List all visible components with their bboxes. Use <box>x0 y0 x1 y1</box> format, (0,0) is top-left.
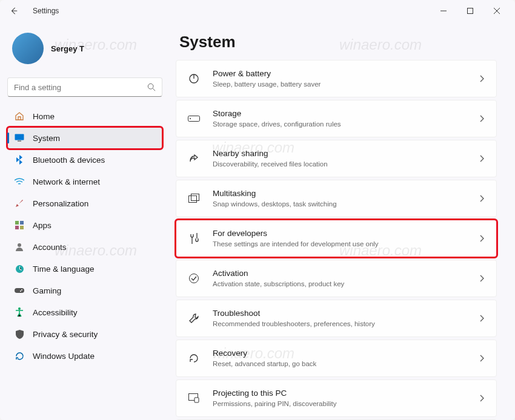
card-title: Storage <box>213 108 479 120</box>
sidebar-item-home[interactable]: Home <box>7 105 162 127</box>
svg-point-16 <box>190 118 191 119</box>
card-title: Power & battery <box>213 68 479 80</box>
chevron-right-icon <box>479 235 485 242</box>
svg-rect-6 <box>15 226 19 229</box>
sidebar-item-label: Apps <box>33 221 51 230</box>
maximize-icon <box>467 8 473 14</box>
avatar <box>12 33 44 64</box>
svg-rect-17 <box>189 196 197 203</box>
update-icon <box>15 351 24 361</box>
sidebar-item-accounts[interactable]: Accounts <box>7 236 162 258</box>
card-title: Projecting to this PC <box>213 388 479 399</box>
storage-icon <box>187 116 201 122</box>
nav-list: Home System Bluetooth & devices Network … <box>7 105 162 367</box>
card-title: Multitasking <box>213 188 479 200</box>
main-content: System Power & batterySleep, battery usa… <box>170 22 515 420</box>
svg-rect-10 <box>15 288 24 293</box>
sidebar-item-update[interactable]: Windows Update <box>7 345 162 367</box>
svg-point-11 <box>21 289 22 290</box>
chevron-right-icon <box>479 355 485 362</box>
sidebar-item-label: Bluetooth & devices <box>33 156 105 165</box>
card-title: Activation <box>213 268 479 280</box>
sidebar-item-system[interactable]: System <box>7 127 162 149</box>
card-desc: Recommended troubleshooters, preferences… <box>213 319 479 329</box>
sidebar: Sergey T Home System Bluetooth & devices… <box>0 22 170 420</box>
sidebar-item-accessibility[interactable]: Accessibility <box>7 301 162 323</box>
sidebar-item-label: Accounts <box>33 243 67 252</box>
card-power-battery[interactable]: Power & batterySleep, battery usage, bat… <box>176 60 497 97</box>
system-icon <box>15 133 24 143</box>
maximize-button[interactable] <box>457 2 483 20</box>
minimize-button[interactable] <box>430 2 457 20</box>
sidebar-item-label: Time & language <box>33 264 95 274</box>
project-icon <box>187 393 201 403</box>
svg-rect-21 <box>194 398 199 402</box>
sidebar-item-personalization[interactable]: Personalization <box>7 192 162 214</box>
card-title: Nearby sharing <box>213 148 479 160</box>
titlebar: Settings <box>0 0 515 22</box>
gaming-icon <box>15 286 24 295</box>
svg-rect-2 <box>15 134 24 140</box>
card-desc: Activation state, subscriptions, product… <box>213 279 479 289</box>
window-controls <box>430 2 510 20</box>
card-desc: Sleep, battery usage, battery saver <box>213 79 479 89</box>
sidebar-item-label: Network & internet <box>33 177 100 186</box>
sidebar-item-label: Windows Update <box>33 352 95 361</box>
profile-name: Sergey T <box>51 44 84 53</box>
minimize-icon <box>440 8 447 14</box>
sidebar-item-label: Accessibility <box>33 308 78 317</box>
apps-icon <box>15 220 24 230</box>
card-title: Recovery <box>213 348 479 359</box>
developer-icon <box>187 233 201 244</box>
close-icon <box>494 8 500 14</box>
search-field[interactable] <box>7 77 162 97</box>
chevron-right-icon <box>479 195 485 202</box>
sidebar-item-bluetooth[interactable]: Bluetooth & devices <box>7 149 162 171</box>
card-activation[interactable]: ActivationActivation state, subscription… <box>176 260 497 297</box>
sidebar-item-gaming[interactable]: Gaming <box>7 280 162 301</box>
card-desc: Discoverability, received files location <box>213 159 479 169</box>
sidebar-item-label: Personalization <box>33 199 88 208</box>
svg-rect-4 <box>15 221 19 225</box>
card-multitasking[interactable]: MultitaskingSnap windows, desktops, task… <box>176 180 497 217</box>
network-icon <box>15 177 24 186</box>
sidebar-item-network[interactable]: Network & internet <box>7 171 162 192</box>
card-title: Troubleshoot <box>213 308 479 320</box>
card-desc: These settings are intended for developm… <box>213 239 479 249</box>
accessibility-icon <box>15 307 24 317</box>
profile[interactable]: Sergey T <box>7 28 162 75</box>
card-recovery[interactable]: RecoveryReset, advanced startup, go back <box>176 340 497 377</box>
close-button[interactable] <box>483 2 510 20</box>
sidebar-item-privacy[interactable]: Privacy & security <box>7 323 162 345</box>
back-button[interactable] <box>5 2 23 20</box>
svg-point-13 <box>18 307 21 310</box>
card-troubleshoot[interactable]: TroubleshootRecommended troubleshooters,… <box>176 300 497 337</box>
sidebar-item-label: Privacy & security <box>33 330 98 339</box>
card-title: For developers <box>213 228 479 240</box>
card-storage[interactable]: StorageStorage space, drives, configurat… <box>176 100 497 137</box>
arrow-left-icon <box>10 7 18 15</box>
chevron-right-icon <box>479 75 485 82</box>
chevron-right-icon <box>479 115 485 122</box>
svg-point-12 <box>20 290 21 292</box>
svg-point-19 <box>190 274 199 283</box>
search-input[interactable] <box>14 83 147 92</box>
home-icon <box>15 111 24 121</box>
accounts-icon <box>15 242 24 252</box>
sidebar-item-apps[interactable]: Apps <box>7 214 162 236</box>
svg-point-8 <box>18 243 21 247</box>
settings-window: Settings Sergey T Home System Bluetooth … <box>0 0 515 420</box>
sidebar-item-label: System <box>33 134 60 143</box>
card-desc: Reset, advanced startup, go back <box>213 359 479 369</box>
bluetooth-icon <box>15 155 24 165</box>
chevron-right-icon <box>479 395 485 402</box>
card-nearby-sharing[interactable]: Nearby sharingDiscoverability, received … <box>176 140 497 177</box>
brush-icon <box>15 199 24 208</box>
card-for-developers[interactable]: For developersThese settings are intende… <box>176 220 497 257</box>
card-desc: Storage space, drives, configuration rul… <box>213 119 479 129</box>
svg-rect-0 <box>468 8 473 14</box>
card-desc: Permissions, pairing PIN, discoverabilit… <box>213 399 479 409</box>
sidebar-item-time[interactable]: Time & language <box>7 258 162 280</box>
search-icon <box>147 83 156 91</box>
card-projecting[interactable]: Projecting to this PCPermissions, pairin… <box>176 379 497 417</box>
